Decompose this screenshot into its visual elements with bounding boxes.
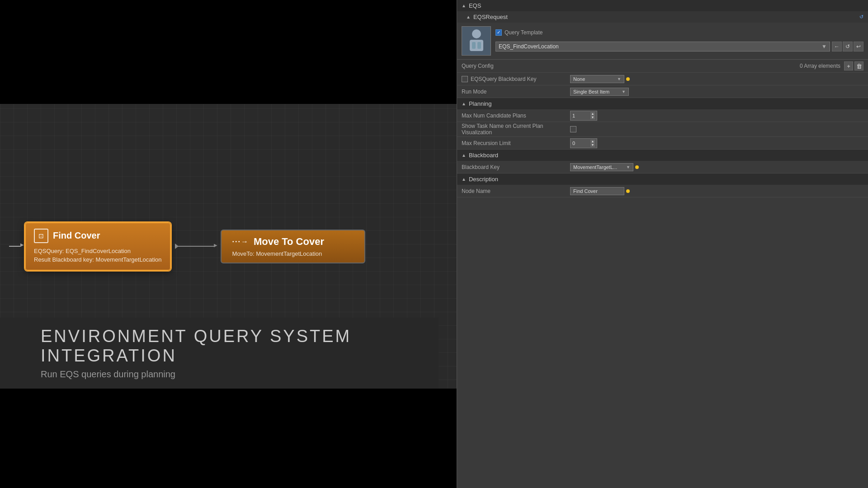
dropdown-chevron-icon: ▼ (821, 43, 827, 50)
eqsrequest-header[interactable]: ▲ EQSRequest ↺ (457, 11, 868, 23)
array-delete-btn[interactable]: 🗑 (854, 61, 863, 70)
max-recursion-value: 0 ▲ ▼ (570, 138, 863, 148)
query-template-checkbox[interactable] (495, 29, 502, 36)
overlay-subtitle: Run EQS queries during planning (41, 369, 420, 380)
max-recursion-input[interactable]: 0 ▲ ▼ (570, 138, 597, 148)
max-recursion-label: Max Recursion Limit (462, 140, 570, 146)
blackboard-key-row: Blackboard Key MovementTargetL... ▼ (457, 161, 868, 174)
entry-arrow (9, 246, 20, 247)
preview-nav-icons: ← ↺ ↩ (832, 42, 863, 52)
preview-section: Query Template EQS_FindCoverLocation ▼ ←… (457, 23, 868, 60)
array-actions: + 🗑 (844, 61, 863, 70)
description-section-header[interactable]: ▲ Description (457, 174, 868, 185)
run-mode-value: Single Best Item ▼ (570, 88, 863, 96)
svg-rect-2 (472, 42, 476, 49)
none-reset-dot[interactable] (626, 77, 630, 81)
recursion-spin-up[interactable]: ▲ (590, 140, 595, 143)
run-mode-arrow: ▼ (622, 89, 626, 94)
find-cover-header: ⊡ Find Cover (34, 229, 162, 243)
person-svg-icon (467, 28, 486, 53)
panel-content: ▲ EQS ▲ EQSRequest ↺ (457, 0, 868, 488)
text-overlay: ENVIRONMENT QUERY SYSTEM INTEGRATION Run… (0, 318, 439, 389)
dots-arrow-icon: ···→ (232, 238, 249, 246)
preview-dropdown-area: Query Template EQS_FindCoverLocation ▼ ←… (495, 26, 863, 56)
show-task-name-value (570, 126, 863, 132)
spin-down[interactable]: ▼ (590, 116, 595, 119)
node-name-input[interactable]: Find Cover (570, 187, 624, 195)
eqs-bk-checkbox[interactable] (462, 76, 468, 82)
eqs-blackboard-key-label: EQSQuery Blackboard Key (462, 76, 570, 82)
max-candidate-plans-input[interactable]: 1 ▲ ▼ (570, 111, 597, 121)
node-name-reset[interactable] (626, 189, 630, 193)
nav-back-icon[interactable]: ← (832, 42, 842, 52)
eqs-section-header[interactable]: ▲ EQS (457, 0, 868, 11)
preview-name-row: EQS_FindCoverLocation ▼ ← ↺ ↩ (495, 42, 863, 52)
blackboard-key-label: Blackboard Key (462, 164, 570, 170)
eqs-label: EQS (469, 2, 481, 9)
description-label: Description (469, 176, 498, 183)
find-cover-node[interactable]: ⊡ Find Cover EQSQuery: EQS_FindCoverLoca… (25, 222, 171, 271)
max-candidate-plans-label: Max Num Candidate Plans (462, 113, 570, 119)
move-to-cover-title: Move To Cover (254, 236, 324, 248)
blackboard-key-reset[interactable] (635, 165, 639, 169)
query-template-label: Query Template (505, 29, 543, 36)
node-name-label: Node Name (462, 188, 570, 194)
entry-arrow-line (9, 246, 20, 247)
planning-arrow: ▲ (462, 101, 466, 106)
max-candidate-plans-row: Max Num Candidate Plans 1 ▲ ▼ (457, 109, 868, 122)
find-cover-eqs-query: EQSQuery: EQS_FindCoverLocation (34, 247, 162, 256)
move-to-cover-node[interactable]: ···→ Move To Cover MoveTo: MovementTarge… (221, 230, 365, 263)
find-cover-title: Find Cover (53, 230, 100, 241)
overlay-title: ENVIRONMENT QUERY SYSTEM INTEGRATION (41, 327, 420, 366)
blackboard-label: Blackboard (469, 152, 498, 159)
query-template-row: Query Template (495, 26, 863, 39)
svg-rect-1 (470, 40, 483, 51)
eqs-collapse-arrow: ▲ (462, 3, 466, 8)
candidate-plans-spinner: ▲ ▼ (590, 112, 595, 119)
planning-section-header[interactable]: ▲ Planning (457, 98, 868, 109)
run-mode-dropdown[interactable]: Single Best Item ▼ (570, 88, 629, 96)
description-arrow: ▲ (462, 177, 466, 182)
find-cover-result-key: Result Blackboard key: MovementTargetLoc… (34, 255, 162, 264)
eqsrequest-arrow: ▲ (466, 14, 471, 19)
blackboard-key-value: MovementTargetL... ▼ (570, 163, 863, 171)
svg-point-0 (472, 29, 481, 38)
move-to-cover-header: ···→ Move To Cover (232, 236, 354, 248)
run-mode-label: Run Mode (462, 89, 570, 95)
node-connector (178, 246, 214, 247)
show-task-name-checkbox[interactable] (570, 126, 576, 132)
nav-reload-icon[interactable]: ↺ (843, 42, 853, 52)
eqsrequest-label: EQSRequest (473, 14, 508, 20)
eqs-blackboard-key-row: EQSQuery Blackboard Key None ▼ (457, 73, 868, 85)
recursion-spin-down[interactable]: ▼ (590, 143, 595, 147)
blackboard-section-header[interactable]: ▲ Blackboard (457, 150, 868, 161)
max-candidate-plans-value: 1 ▲ ▼ (570, 111, 863, 121)
node-name-row: Node Name Find Cover (457, 185, 868, 197)
array-add-btn[interactable]: + (844, 61, 853, 70)
none-dropdown-arrow: ▼ (617, 77, 621, 81)
recursion-spinner: ▲ ▼ (590, 140, 595, 147)
query-config-label: Query Config (462, 63, 796, 69)
blackboard-key-dropdown[interactable]: MovementTargetL... ▼ (570, 163, 633, 171)
nav-return-icon[interactable]: ↩ (854, 42, 863, 52)
reset-eqs-icon[interactable]: ↺ (859, 14, 863, 20)
planning-label: Planning (469, 100, 492, 107)
svg-rect-3 (477, 42, 481, 49)
none-dropdown[interactable]: None ▼ (570, 75, 624, 83)
eqs-blackboard-key-value: None ▼ (570, 75, 863, 83)
preview-name-dropdown[interactable]: EQS_FindCoverLocation ▼ (495, 42, 830, 52)
blackboard-key-arrow: ▼ (626, 165, 630, 169)
connector-line (178, 246, 214, 247)
node-name-value: Find Cover (570, 187, 863, 195)
move-to-cover-detail: MoveTo: MovementTargetLocation (232, 250, 354, 257)
spin-up[interactable]: ▲ (590, 112, 595, 116)
show-task-name-label: Show Task Name on Current Plan Visualiza… (462, 123, 570, 136)
preview-name-value: EQS_FindCoverLocation (499, 43, 559, 50)
find-cover-icon: ⊡ (34, 229, 48, 243)
show-task-name-row: Show Task Name on Current Plan Visualiza… (457, 122, 868, 137)
max-recursion-row: Max Recursion Limit 0 ▲ ▼ (457, 137, 868, 150)
blackboard-arrow: ▲ (462, 153, 466, 158)
run-mode-row: Run Mode Single Best Item ▼ (457, 85, 868, 98)
preview-thumbnail (462, 26, 491, 56)
query-config-row: Query Config 0 Array elements + 🗑 (457, 60, 868, 73)
